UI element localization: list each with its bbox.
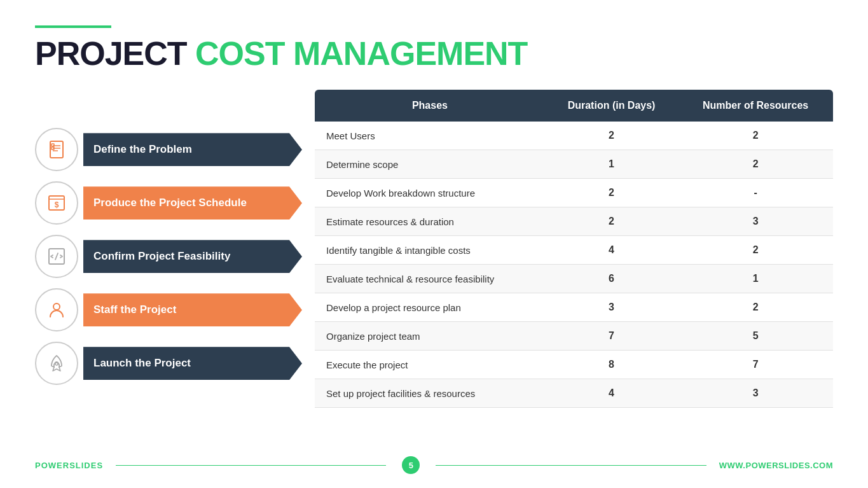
footer-page-number: 5 <box>402 456 420 474</box>
cell-duration: 1 <box>545 150 678 179</box>
page-title: PROJECT COST MANAGEMENT <box>35 36 833 72</box>
cost-management-table: Phases Duration (in Days) Number of Reso… <box>315 90 833 408</box>
cell-duration: 2 <box>545 122 678 150</box>
content-area: Define the Problem $ Produce the Project… <box>35 90 833 408</box>
phase-arrow-4: Staff the Project <box>83 293 302 326</box>
phase-label-5: Launch the Project <box>83 347 302 380</box>
cell-phase: Develop a project resource plan <box>315 293 545 322</box>
cell-phase: Meet Users <box>315 122 545 150</box>
table-row: Set up project facilities & resources43 <box>315 379 833 408</box>
data-table-area: Phases Duration (in Days) Number of Reso… <box>315 90 833 408</box>
phase-label-4: Staff the Project <box>83 293 302 326</box>
person-icon <box>46 300 67 320</box>
cell-duration: 7 <box>545 322 678 351</box>
cell-phase: Estimate resources & duration <box>315 207 545 236</box>
cell-phase: Identify tangible & intangible costs <box>315 236 545 265</box>
phase-arrow-5: Launch the Project <box>83 347 302 380</box>
title-black: PROJECT <box>35 35 195 72</box>
svg-point-11 <box>53 303 60 310</box>
cell-resources: 3 <box>678 207 833 236</box>
cell-resources: 2 <box>678 150 833 179</box>
cell-resources: 2 <box>678 122 833 150</box>
brand-black: POWER <box>35 461 69 470</box>
title-green: COST MANAGEMENT <box>195 35 527 72</box>
dollar-icon: $ <box>46 193 67 213</box>
footer-line-left <box>116 465 386 466</box>
cell-duration: 4 <box>545 379 678 408</box>
table-row: Identify tangible & intangible costs42 <box>315 236 833 265</box>
rocket-icon <box>46 353 67 373</box>
cell-resources: 7 <box>678 351 833 379</box>
table-row: Meet Users22 <box>315 122 833 150</box>
cell-phase: Set up project facilities & resources <box>315 379 545 408</box>
table-row: Evaluate technical & resource feasibilit… <box>315 265 833 293</box>
cell-resources: - <box>678 179 833 207</box>
footer-website: WWW.POWERSLIDES.COM <box>719 461 833 470</box>
cell-phase: Organize project team <box>315 322 545 351</box>
cell-duration: 4 <box>545 236 678 265</box>
cell-duration: 3 <box>545 293 678 322</box>
phase-arrow-2: Produce the Project Schedule <box>83 186 302 220</box>
table-row: Execute the project87 <box>315 351 833 379</box>
table-row: Organize project team75 <box>315 322 833 351</box>
svg-point-12 <box>55 363 58 365</box>
slide: PROJECT COST MANAGEMENT <box>0 0 868 488</box>
header-accent-line <box>35 25 111 28</box>
phase-item-5: Launch the Project <box>35 340 302 386</box>
phase-item-4: Staff the Project <box>35 287 302 333</box>
col-header-duration: Duration (in Days) <box>545 90 678 122</box>
phase-label-3: Confirm Project Feasibility <box>83 240 302 273</box>
brand-green: SLIDES <box>69 461 103 470</box>
col-header-resources: Number of Resources <box>678 90 833 122</box>
phase-item-2: $ Produce the Project Schedule <box>35 180 302 226</box>
phase-icon-1 <box>35 128 78 171</box>
cell-resources: 3 <box>678 379 833 408</box>
table-header-row: Phases Duration (in Days) Number of Reso… <box>315 90 833 122</box>
cell-duration: 8 <box>545 351 678 379</box>
cell-duration: 6 <box>545 265 678 293</box>
phase-label-1: Define the Problem <box>83 133 302 166</box>
phase-icon-4 <box>35 288 78 331</box>
phase-arrow-1: Define the Problem <box>83 133 302 166</box>
cell-resources: 2 <box>678 236 833 265</box>
svg-line-10 <box>55 253 58 260</box>
phase-item-1: Define the Problem <box>35 127 302 172</box>
cell-phase: Evaluate technical & resource feasibilit… <box>315 265 545 293</box>
cell-phase: Determine scope <box>315 150 545 179</box>
svg-text:$: $ <box>55 200 59 209</box>
col-header-phases: Phases <box>315 90 545 122</box>
cell-duration: 2 <box>545 207 678 236</box>
phase-icon-5 <box>35 342 78 385</box>
cell-resources: 2 <box>678 293 833 322</box>
cell-resources: 5 <box>678 322 833 351</box>
cell-duration: 2 <box>545 179 678 207</box>
phase-arrow-3: Confirm Project Feasibility <box>83 240 302 273</box>
code-icon <box>46 246 67 267</box>
footer-line-right <box>436 465 706 466</box>
phases-left: Define the Problem $ Produce the Project… <box>35 90 302 394</box>
phase-item-3: Confirm Project Feasibility <box>35 234 302 279</box>
cell-resources: 1 <box>678 265 833 293</box>
svg-rect-4 <box>52 144 54 146</box>
cell-phase: Develop Work breakdown structure <box>315 179 545 207</box>
phase-icon-2: $ <box>35 181 78 225</box>
table-row: Determine scope12 <box>315 150 833 179</box>
checklist-icon <box>46 139 67 160</box>
table-row: Develop a project resource plan32 <box>315 293 833 322</box>
phase-icon-3 <box>35 235 78 278</box>
table-row: Estimate resources & duration23 <box>315 207 833 236</box>
phase-label-2: Produce the Project Schedule <box>83 186 302 220</box>
footer-center: 5 <box>103 456 719 474</box>
footer: POWERSLIDES 5 WWW.POWERSLIDES.COM <box>35 456 833 474</box>
footer-brand: POWERSLIDES <box>35 461 103 470</box>
cell-phase: Execute the project <box>315 351 545 379</box>
table-row: Develop Work breakdown structure2- <box>315 179 833 207</box>
